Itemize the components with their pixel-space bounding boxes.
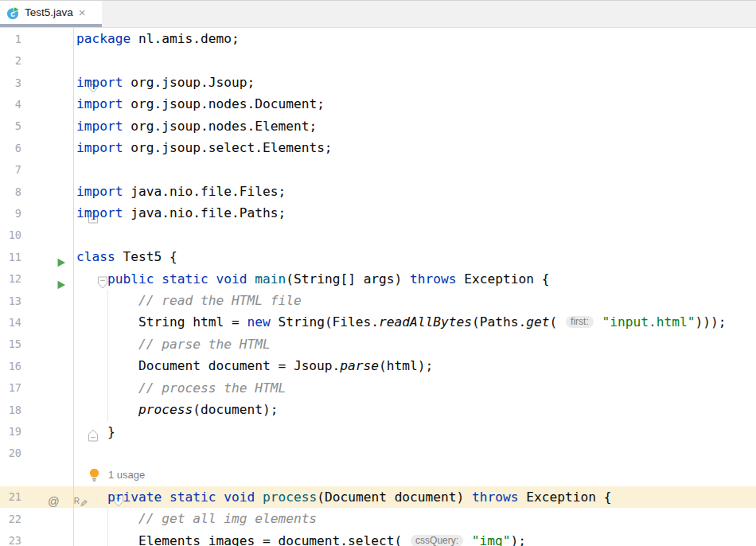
gutter-cell[interactable]: 1 <box>0 28 74 49</box>
line-number[interactable]: 8 <box>0 185 21 198</box>
line-number[interactable]: 12 <box>0 272 21 285</box>
line-number[interactable]: 13 <box>0 294 21 307</box>
code-token: (String[] args) <box>286 271 410 287</box>
gutter-cell[interactable] <box>0 464 74 486</box>
code-line[interactable]: import org.jsoup.Jsoup; <box>74 75 756 90</box>
code-token: class <box>76 249 115 264</box>
code-token <box>76 511 138 526</box>
line-number[interactable]: 17 <box>0 381 21 394</box>
code-line[interactable]: package nl.amis.demo; <box>74 31 756 46</box>
line-number[interactable]: 9 <box>0 207 21 220</box>
line-number[interactable]: 22 <box>0 513 21 525</box>
code-line[interactable]: // get all img elements <box>74 511 756 526</box>
code-token: String html = <box>76 314 247 330</box>
code-line-row: 23 Elements images = document.select( cs… <box>0 529 756 546</box>
gutter-cell[interactable]: 13 <box>0 290 74 311</box>
code-line-row: 8import java.nio.file.Files; <box>0 181 756 202</box>
tab-title: Test5.java <box>25 6 73 18</box>
gutter-cell[interactable]: 12 <box>0 267 74 289</box>
line-number[interactable]: 18 <box>0 404 21 416</box>
code-token: Document document = Jsoup. <box>76 358 340 373</box>
line-number[interactable]: 6 <box>0 142 21 154</box>
gutter-cell[interactable]: 5 <box>0 115 74 137</box>
code-line[interactable]: // process the HTML <box>74 380 756 396</box>
gutter-cell[interactable]: 23 <box>0 529 74 546</box>
code-token: import <box>76 205 123 220</box>
code-token: process <box>138 402 193 417</box>
annotation-gutter-icon[interactable]: @ <box>48 495 60 508</box>
run-button[interactable] <box>57 258 66 267</box>
code-line[interactable]: } <box>74 424 756 439</box>
code-token: package <box>76 31 131 46</box>
usage-count-label[interactable]: 1 usage <box>108 469 145 481</box>
gutter-cell[interactable]: 2 <box>0 49 74 71</box>
code-line[interactable]: // parse the HTML <box>74 337 756 352</box>
code-token <box>208 271 216 287</box>
code-token: // get all img elements <box>138 511 317 526</box>
tab-close-icon[interactable]: × <box>79 6 86 18</box>
gutter-cell[interactable]: 17 <box>0 377 74 399</box>
line-number[interactable]: 2 <box>0 54 21 67</box>
code-line-row: 13 // read the HTML file <box>0 290 756 311</box>
code-token: Elements images = document.select( <box>76 533 410 546</box>
line-number[interactable]: 4 <box>0 98 21 111</box>
gutter-cell[interactable]: 7 <box>0 158 74 180</box>
line-number[interactable]: 23 <box>0 534 21 546</box>
line-number[interactable]: 19 <box>0 425 21 438</box>
code-token <box>76 489 107 505</box>
code-line[interactable]: import org.jsoup.nodes.Element; <box>74 119 756 134</box>
code-line[interactable]: import org.jsoup.select.Elements; <box>74 140 756 155</box>
line-number[interactable]: 10 <box>0 228 21 241</box>
line-number[interactable]: 3 <box>0 76 21 89</box>
line-number[interactable]: 11 <box>0 251 21 263</box>
gutter-cell[interactable]: 6 <box>0 137 74 158</box>
code-line[interactable]: public static void main(String[] args) t… <box>74 271 756 287</box>
editor[interactable]: 1package nl.amis.demo;23import org.jsoup… <box>0 28 756 546</box>
code-line[interactable]: Document document = Jsoup.parse(html); <box>74 358 756 373</box>
line-number[interactable]: 7 <box>0 163 21 176</box>
code-line[interactable]: import java.nio.file.Files; <box>74 184 756 199</box>
gutter-cell[interactable]: 14 <box>0 311 74 333</box>
code-line[interactable]: class Test5 { <box>74 249 756 264</box>
code-line-row: 15 // parse the HTML <box>0 333 756 355</box>
gutter-cell[interactable]: 4 <box>0 93 74 115</box>
usage-hint[interactable]: 1 usage <box>74 468 756 482</box>
intention-bulb-icon[interactable] <box>88 468 100 482</box>
line-number[interactable]: 21 <box>0 490 21 503</box>
line-number[interactable]: 5 <box>0 119 21 132</box>
gutter-cell[interactable]: 21@R✎ <box>0 486 74 508</box>
gutter-cell[interactable]: 16 <box>0 355 74 376</box>
code-line[interactable]: Elements images = document.select( cssQu… <box>74 533 756 546</box>
tab-test5-java[interactable]: c Test5.java × <box>0 1 102 27</box>
gutter-cell[interactable]: 20 <box>0 443 74 464</box>
gutter-cell[interactable]: 9 <box>0 202 74 224</box>
gutter-cell[interactable]: 3 <box>0 72 74 93</box>
line-number[interactable]: 16 <box>0 360 21 372</box>
code-line[interactable]: private static void process(Document doc… <box>74 489 756 505</box>
code-token: java.nio.file.Paths; <box>123 205 286 220</box>
code-line-row: 11class Test5 { <box>0 246 756 267</box>
gutter-cell[interactable]: 10 <box>0 224 74 246</box>
line-number[interactable]: 1 <box>0 33 21 45</box>
gutter-cell[interactable]: 15 <box>0 333 74 355</box>
gutter-cell[interactable]: 11 <box>0 246 74 267</box>
code-token: throws <box>472 489 518 505</box>
code-line[interactable]: import org.jsoup.nodes.Document; <box>74 96 756 111</box>
code-line[interactable]: // read the HTML file <box>74 293 756 308</box>
gutter-cell[interactable]: 18 <box>0 399 74 420</box>
gutter-cell[interactable]: 8 <box>0 181 74 202</box>
gutter-cell[interactable]: 19 <box>0 420 74 442</box>
code-line-row: 22 // get all img elements <box>0 508 756 529</box>
code-line[interactable]: import java.nio.file.Paths; <box>74 205 756 220</box>
run-button[interactable] <box>57 280 66 290</box>
code-token: import <box>76 96 123 111</box>
gutter-cell[interactable]: 22 <box>0 508 74 529</box>
code-token: nl.amis.demo; <box>131 31 239 46</box>
line-number[interactable]: 14 <box>0 316 21 329</box>
code-token: } <box>76 424 115 439</box>
line-number[interactable]: 20 <box>0 447 21 459</box>
code-line[interactable]: process(document); <box>74 402 756 417</box>
code-token: (Paths. <box>472 314 526 330</box>
code-line[interactable]: String html = new String(Files.readAllBy… <box>74 314 756 330</box>
line-number[interactable]: 15 <box>0 337 21 350</box>
